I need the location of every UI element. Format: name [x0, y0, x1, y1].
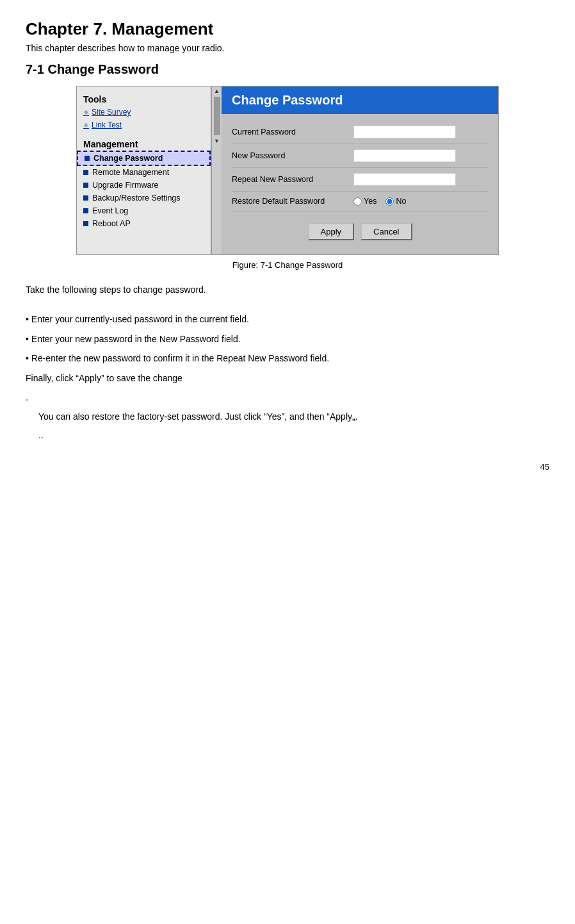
new-password-input[interactable]: [353, 149, 456, 162]
body-para-2: • Enter your new password in the New Pas…: [26, 332, 549, 346]
mgmt-title: Management: [77, 136, 211, 151]
cancel-button[interactable]: Cancel: [360, 223, 412, 240]
apply-button[interactable]: Apply: [308, 223, 355, 240]
scroll-thumb[interactable]: [214, 97, 220, 135]
sidebar-item-reboot-ap[interactable]: Reboot AP: [77, 217, 211, 230]
page-number: 45: [540, 462, 549, 472]
body-para-6: You can also restore the factory-set pas…: [26, 409, 549, 424]
site-survey-icon: ⚛: [83, 109, 89, 116]
bullet-icon: [83, 183, 88, 188]
section-title: 7-1 Change Password: [26, 62, 549, 77]
sidebar-item-remote-management[interactable]: Remote Management: [77, 166, 211, 179]
radio-no[interactable]: [385, 197, 394, 206]
current-password-input[interactable]: [353, 126, 456, 138]
bullet-icon: [83, 221, 88, 226]
sidebar-item-site-survey[interactable]: ⚛ Site Survey: [77, 106, 211, 119]
bullet-icon: [85, 156, 90, 161]
sidebar-item-event-log[interactable]: Event Log: [77, 204, 211, 217]
scroll-up-arrow[interactable]: ▲: [214, 88, 220, 94]
sidebar-scrollbar[interactable]: ▲ ▼: [211, 87, 222, 254]
body-para-4: Finally, click “Apply” to save the chang…: [26, 371, 549, 385]
bullet-icon: [83, 195, 88, 201]
figure-container: Tools ⚛ Site Survey ⚛ Link Test Manageme…: [76, 86, 499, 255]
current-password-label: Current Password: [232, 128, 353, 136]
bullet-icon: [83, 208, 88, 213]
body-para-7: ..: [26, 428, 549, 442]
body-para-5: .: [26, 390, 549, 404]
body-para-0: Take the following steps to change passw…: [26, 283, 549, 297]
body-para-3: • Re-enter the new password to confirm i…: [26, 351, 549, 365]
radio-no-label[interactable]: No: [385, 197, 406, 206]
figure-caption: Figure: 7-1 Change Password: [26, 260, 549, 270]
radio-yes-label[interactable]: Yes: [353, 197, 377, 206]
restore-default-label: Restore Default Password: [232, 197, 353, 206]
chapter-title: Chapter 7. Management: [26, 19, 549, 39]
body-para-1: • Enter your currently-used password in …: [26, 312, 549, 326]
chapter-desc: This chapter describes how to manage you…: [26, 43, 549, 53]
button-row: Apply Cancel: [232, 217, 488, 249]
repeat-password-label: Repeat New Password: [232, 175, 353, 184]
sidebar-item-backup-restore[interactable]: Backup/Restore Settings: [77, 192, 211, 204]
tools-title: Tools: [77, 92, 211, 106]
bullet-icon: [83, 170, 88, 175]
sidebar-item-upgrade-firmware[interactable]: Upgrade Firmware: [77, 179, 211, 192]
sidebar-item-link-test[interactable]: ⚛ Link Test: [77, 119, 211, 131]
sidebar-item-change-password[interactable]: Change Password: [77, 151, 211, 166]
repeat-password-input[interactable]: [353, 173, 456, 186]
new-password-row: New Password: [232, 149, 488, 168]
link-test-icon: ⚛: [83, 122, 89, 129]
repeat-password-row: Repeat New Password: [232, 173, 488, 192]
form-area: Current Password New Password Repeat New…: [222, 120, 498, 254]
radio-yes[interactable]: [353, 197, 362, 206]
restore-default-row: Restore Default Password Yes No: [232, 197, 488, 211]
change-password-header: Change Password: [222, 87, 498, 114]
main-panel: Change Password Current Password New Pas…: [222, 87, 498, 254]
restore-radio-group: Yes No: [353, 197, 406, 206]
current-password-row: Current Password: [232, 126, 488, 144]
sidebar-panel: Tools ⚛ Site Survey ⚛ Link Test Manageme…: [77, 87, 211, 254]
scroll-down-arrow[interactable]: ▼: [214, 138, 220, 144]
new-password-label: New Password: [232, 151, 353, 160]
